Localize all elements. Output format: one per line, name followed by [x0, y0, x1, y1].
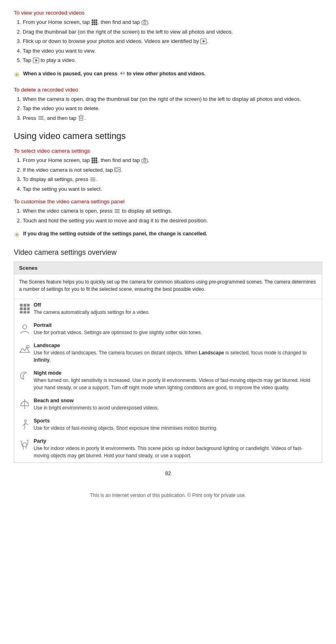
del-step-3: Press , and then tap . [23, 114, 322, 122]
tip-text-2: If you drag the setting outside of the s… [23, 230, 207, 238]
scene-night-content: Night mode When turned on, light sensiti… [34, 370, 317, 391]
sel-step-3: To display all settings, press . [23, 175, 322, 183]
svg-line-57 [20, 441, 21, 441]
svg-point-56 [25, 420, 27, 422]
svg-rect-9 [142, 21, 148, 25]
svg-rect-26 [92, 160, 93, 161]
svg-rect-31 [96, 162, 97, 163]
svg-point-53 [27, 345, 29, 348]
customise-settings-heading: To customise the video camera settings p… [14, 198, 322, 205]
svg-rect-43 [20, 304, 23, 307]
svg-rect-50 [24, 311, 26, 313]
del-step-2: Tap the video you want to delete. [23, 104, 322, 113]
table-description: The Scenes feature helps you to quickly … [14, 274, 322, 299]
svg-rect-51 [27, 311, 30, 313]
svg-rect-45 [27, 304, 30, 307]
camera-switch-icon [114, 166, 121, 173]
page-number: 82 [14, 470, 322, 476]
scene-night-row: Night mode When turned on, light sensiti… [14, 367, 322, 395]
del-step-1: When the camera is open, drag the thumbn… [23, 95, 322, 103]
scene-night-desc: When turned on, light sensitivity is inc… [34, 377, 310, 390]
scene-night-name: Night mode [34, 370, 317, 376]
camera-icon-1 [141, 19, 148, 26]
svg-rect-4 [94, 21, 95, 23]
menu-icon-1 [38, 115, 44, 121]
view-recorded-tip: ✳ When a video is paused, you can press … [14, 68, 322, 81]
svg-point-52 [23, 325, 27, 329]
svg-rect-25 [96, 158, 97, 159]
svg-rect-46 [20, 307, 23, 310]
delete-recorded-heading: To delete a recorded video [14, 87, 322, 93]
scene-portrait-row: Portrait Use for portrait videos. Settin… [14, 319, 322, 339]
scene-portrait-content: Portrait Use for portrait videos. Settin… [34, 322, 317, 336]
svg-rect-35 [116, 168, 118, 171]
scene-sports-row: Sports Use for videos of fast-moving obj… [14, 415, 322, 435]
tip-icon-2: ✳ [14, 230, 20, 239]
scene-off-row: Off The camera automatically adjusts set… [14, 299, 322, 320]
customise-tip: ✳ If you drag the setting outside of the… [14, 228, 322, 241]
scene-off-icon [19, 302, 34, 316]
delete-recorded-steps: When the camera is open, drag the thumbn… [23, 95, 322, 122]
step-5: Tap to play a video. [23, 56, 322, 64]
grid-icon [91, 19, 98, 26]
view-recorded-heading: To view your recorded videos [14, 10, 322, 16]
scene-portrait-icon [19, 322, 34, 336]
sel-step-4: Tap the setting you want to select. [23, 185, 322, 193]
svg-rect-18 [79, 116, 83, 121]
delete-recorded-section: To delete a recorded video When the came… [14, 87, 322, 122]
view-recorded-section: To view your recorded videos From your H… [14, 10, 322, 81]
svg-rect-47 [24, 307, 26, 310]
svg-rect-28 [96, 160, 97, 161]
scene-off-name: Off [34, 302, 317, 308]
back-icon [119, 70, 125, 77]
settings-table: Scenes The Scenes feature helps you to q… [14, 262, 322, 463]
scene-beach-icon [19, 398, 34, 411]
svg-rect-8 [96, 23, 97, 25]
scene-sports-icon [19, 418, 34, 431]
scene-landscape-row: Landscape Use for videos of landscapes. … [14, 339, 322, 367]
grid-icon-2 [91, 157, 98, 164]
svg-rect-24 [94, 158, 95, 159]
select-settings-steps: From your Home screen, tap , then find a… [23, 156, 322, 193]
svg-rect-29 [92, 162, 93, 163]
svg-point-36 [119, 169, 120, 171]
cust-step-2: Touch and hold the setting you want to m… [23, 217, 322, 225]
scene-landscape-content: Landscape Use for videos of landscapes. … [34, 343, 317, 364]
svg-rect-23 [92, 158, 93, 159]
svg-rect-27 [94, 160, 95, 161]
tip-text-1: When a video is paused, you can press to… [23, 70, 205, 78]
svg-point-33 [143, 160, 146, 162]
scene-portrait-name: Portrait [34, 322, 317, 328]
overview-section: Video camera settings overview Scenes Th… [14, 248, 322, 463]
step-3: Flick up or down to browse your photos a… [23, 37, 322, 45]
svg-rect-7 [94, 23, 95, 25]
select-settings-heading: To select video camera settings [14, 148, 322, 154]
scene-off-content: Off The camera automatically adjusts set… [34, 302, 317, 316]
sel-step-1: From your Home screen, tap , then find a… [23, 156, 322, 164]
scene-party-desc: Use for indoor videos in poorly lit envi… [34, 446, 302, 458]
svg-rect-32 [142, 159, 148, 163]
step-2: Drag the thumbnail bar (on the right of … [23, 28, 322, 36]
scene-night-icon [19, 370, 34, 384]
using-settings-section: Using video camera settings [14, 131, 322, 141]
scene-landscape-desc: Use for videos of landscapes. The camera… [34, 350, 306, 363]
overview-heading: Video camera settings overview [14, 248, 322, 257]
svg-line-58 [28, 440, 29, 441]
svg-rect-44 [24, 304, 26, 307]
scene-sports-name: Sports [34, 418, 317, 424]
scene-beach-desc: Use in bright environments to avoid unde… [34, 405, 159, 411]
scene-off-desc: The camera automatically adjusts setting… [34, 309, 150, 315]
customise-settings-section: To customise the video camera settings p… [14, 198, 322, 241]
scene-landscape-name: Landscape [34, 343, 317, 348]
camera-icon-2 [141, 157, 148, 164]
cust-step-1: When the video camera is open, press to … [23, 207, 322, 215]
svg-rect-6 [92, 23, 93, 25]
select-settings-section: To select video camera settings From you… [14, 148, 322, 193]
svg-rect-2 [96, 19, 97, 21]
svg-rect-5 [96, 21, 97, 23]
scene-beach-name: Beach and snow [34, 398, 317, 403]
svg-rect-48 [27, 307, 30, 310]
scene-beach-content: Beach and snow Use in bright environment… [34, 398, 317, 412]
view-recorded-steps: From your Home screen, tap , then find a… [23, 18, 322, 64]
svg-point-10 [143, 21, 146, 23]
